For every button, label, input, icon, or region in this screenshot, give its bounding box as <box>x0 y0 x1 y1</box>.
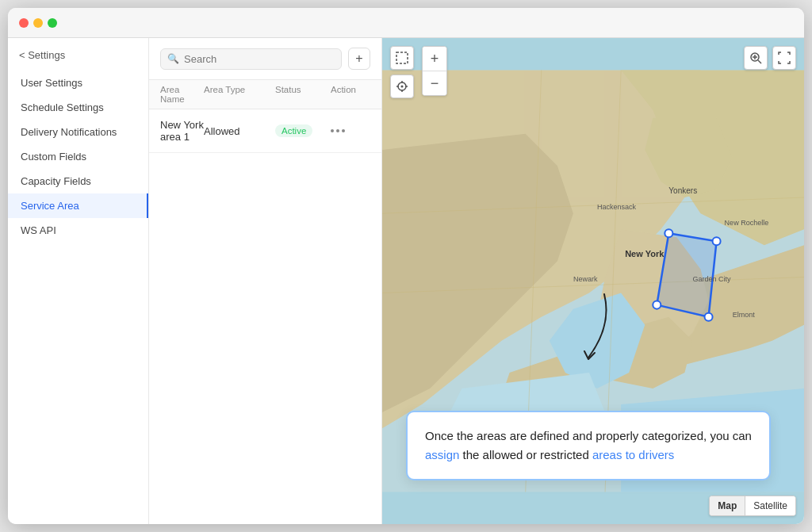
tooltip-text-between: the allowed or restricted <box>459 448 592 461</box>
list-panel: 🔍 + Area Name Area Type Status Action Ne… <box>149 38 382 524</box>
status-badge: Active <box>275 124 312 137</box>
zoom-in-button[interactable]: + <box>423 47 446 71</box>
location-button[interactable] <box>390 75 414 98</box>
svg-line-25 <box>758 60 761 63</box>
col-area-type: Area Type <box>204 85 275 104</box>
svg-text:Hackensack: Hackensack <box>597 203 637 211</box>
assign-link[interactable]: assign <box>425 448 459 461</box>
dot <box>331 129 334 132</box>
sidebar-item-user-settings[interactable]: User Settings <box>8 71 148 95</box>
map-controls-top-left <box>390 46 414 98</box>
map-type-satellite-button[interactable]: Satellite <box>745 496 795 515</box>
sidebar-item-schedule-settings[interactable]: Schedule Settings <box>8 95 148 120</box>
svg-text:New York: New York <box>625 249 665 258</box>
maximize-button[interactable] <box>48 18 57 28</box>
main-content: 🔍 + Area Name Area Type Status Action Ne… <box>149 38 804 524</box>
back-button[interactable]: < Settings <box>8 49 148 71</box>
svg-point-6 <box>665 229 672 237</box>
svg-point-9 <box>653 301 661 309</box>
sidebar-item-service-area[interactable]: Service Area <box>8 193 148 218</box>
zoom-area-button[interactable] <box>744 46 768 70</box>
sidebar-item-custom-fields[interactable]: Custom Fields <box>8 144 148 169</box>
col-status: Status <box>275 85 331 104</box>
zoom-controls: + − <box>422 46 447 96</box>
sidebar: < Settings User Settings Schedule Settin… <box>8 38 149 524</box>
tooltip-box: Once the areas are defined and properly … <box>406 411 771 480</box>
map-panel[interactable]: New York Yonkers Hackensack New Rochelle… <box>382 38 804 524</box>
svg-point-8 <box>705 313 713 321</box>
search-input[interactable] <box>184 53 335 65</box>
area-type-cell: Allowed <box>204 125 275 137</box>
sidebar-item-ws-api[interactable]: WS API <box>8 218 148 243</box>
dot <box>336 129 339 132</box>
action-cell[interactable] <box>331 129 370 132</box>
area-name-cell: New York area 1 <box>160 119 204 143</box>
svg-rect-17 <box>396 52 408 63</box>
action-menu-button[interactable] <box>331 129 370 132</box>
svg-text:Yonkers: Yonkers <box>668 186 697 195</box>
svg-text:Garden City: Garden City <box>692 275 731 283</box>
zoom-out-button[interactable]: − <box>423 71 446 95</box>
svg-point-7 <box>713 237 721 245</box>
col-action: Action <box>331 85 370 104</box>
map-controls-top-right <box>744 46 796 70</box>
app-body: < Settings User Settings Schedule Settin… <box>8 38 804 524</box>
list-header: Area Name Area Type Status Action <box>149 80 381 109</box>
map-type-toggle: Map Satellite <box>709 496 796 516</box>
list-toolbar: 🔍 + <box>149 38 381 80</box>
table-row: New York area 1 Allowed Active <box>149 109 381 153</box>
search-box[interactable]: 🔍 <box>160 48 342 70</box>
svg-text:New Rochelle: New Rochelle <box>725 219 769 227</box>
dot <box>342 129 345 132</box>
select-area-button[interactable] <box>390 46 414 70</box>
tooltip-text-before: Once the areas are defined and properly … <box>425 429 752 442</box>
areas-to-drivers-link[interactable]: areas to drivers <box>592 448 674 461</box>
status-cell: Active <box>275 124 331 137</box>
titlebar <box>8 8 804 38</box>
col-area-name: Area Name <box>160 85 204 104</box>
search-icon: 🔍 <box>167 53 179 64</box>
map-type-map-button[interactable]: Map <box>710 496 745 515</box>
minimize-button[interactable] <box>33 18 43 28</box>
svg-point-19 <box>401 86 404 88</box>
sidebar-item-capacity-fields[interactable]: Capacity Fields <box>8 169 148 193</box>
svg-text:Newark: Newark <box>573 275 598 283</box>
map-background: New York Yonkers Hackensack New Rochelle… <box>382 38 804 524</box>
app-window: < Settings User Settings Schedule Settin… <box>8 8 804 524</box>
fullscreen-button[interactable] <box>772 46 796 70</box>
svg-text:Elmont: Elmont <box>733 311 756 319</box>
close-button[interactable] <box>19 18 29 28</box>
traffic-lights <box>19 18 57 28</box>
add-button[interactable]: + <box>348 48 370 70</box>
sidebar-item-delivery-notifications[interactable]: Delivery Notifications <box>8 120 148 144</box>
